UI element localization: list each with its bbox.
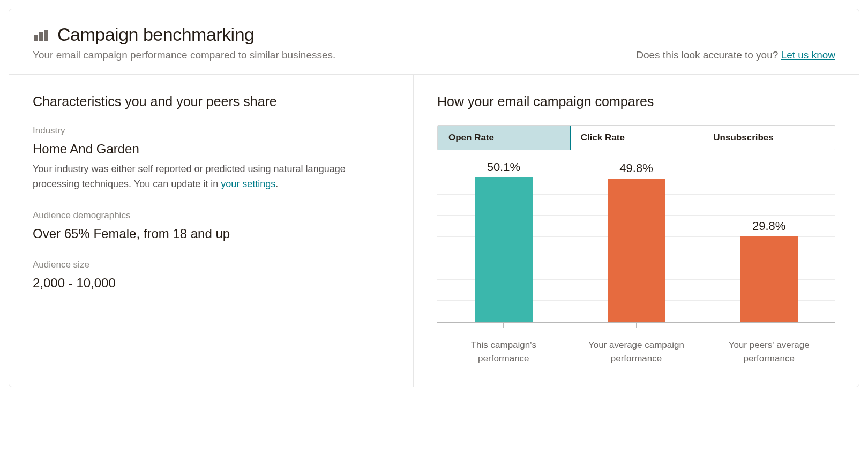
chart-plot-area: 50.1% 49.8% 29.8% [437, 173, 835, 323]
bar-slot-this-campaign: 50.1% [437, 160, 570, 322]
page-subtitle: Your email campaign performance compared… [33, 49, 335, 61]
settings-link[interactable]: your settings [221, 179, 275, 189]
bar-your-average [608, 179, 665, 322]
audience-size-block: Audience size 2,000 - 10,000 [33, 259, 390, 291]
tab-unsubscribes[interactable]: Unsubscribes [702, 126, 835, 150]
feedback-prompt: Does this look accurate to you? Let us k… [636, 49, 835, 61]
bar-label-1: 49.8% [619, 161, 653, 175]
industry-label: Industry [33, 125, 390, 136]
metric-tabs: Open Rate Click Rate Unsubscribes [437, 125, 835, 150]
svg-rect-0 [34, 35, 38, 41]
industry-note-post: . [275, 179, 278, 189]
characteristics-panel: Characteristics you and your peers share… [9, 75, 414, 387]
industry-block: Industry Home And Garden Your industry w… [33, 125, 390, 192]
x-tick-2: Your peers' average performance [702, 323, 835, 365]
bar-peers-average [740, 236, 798, 322]
x-label-2: Your peers' average performance [721, 339, 817, 365]
page-title: Campaign benchmarking [57, 24, 254, 45]
chart-x-axis: This campaign's performance Your average… [437, 323, 835, 365]
title-row: Campaign benchmarking [33, 24, 335, 45]
card-header: Campaign benchmarking Your email campaig… [9, 9, 859, 75]
feedback-text: Does this look accurate to you? [636, 49, 781, 61]
industry-note: Your industry was either self reported o… [33, 162, 376, 192]
audience-size-label: Audience size [33, 259, 390, 270]
demographics-block: Audience demographics Over 65% Female, f… [33, 210, 390, 241]
bar-chart-icon [33, 29, 49, 41]
industry-value: Home And Garden [33, 142, 390, 157]
bar-slot-your-average: 49.8% [570, 161, 703, 322]
tab-open-rate[interactable]: Open Rate [437, 125, 571, 150]
comparison-chart: 50.1% 49.8% 29.8% This campa [437, 163, 835, 365]
industry-note-pre: Your industry was either self reported o… [33, 164, 346, 189]
x-label-0: This campaign's performance [455, 339, 552, 365]
demographics-value: Over 65% Female, from 18 and up [33, 226, 390, 241]
bar-slot-peers-average: 29.8% [702, 219, 835, 322]
tab-click-rate[interactable]: Click Rate [570, 126, 703, 150]
bar-label-2: 29.8% [752, 219, 785, 233]
demographics-label: Audience demographics [33, 210, 390, 221]
svg-rect-2 [44, 30, 48, 41]
bar-this-campaign [475, 177, 533, 322]
characteristics-title: Characteristics you and your peers share [33, 94, 390, 109]
bar-label-0: 50.1% [487, 160, 520, 174]
audience-size-value: 2,000 - 10,000 [33, 276, 390, 291]
x-tick-1: Your average campaign performance [570, 323, 703, 365]
comparison-panel: How your email campaign compares Open Ra… [414, 75, 859, 387]
benchmarking-card: Campaign benchmarking Your email campaig… [9, 9, 859, 387]
comparison-title: How your email campaign compares [437, 94, 835, 109]
card-body: Characteristics you and your peers share… [9, 75, 859, 387]
feedback-link[interactable]: Let us know [781, 49, 835, 61]
title-wrap: Campaign benchmarking Your email campaig… [33, 24, 335, 61]
svg-rect-1 [39, 32, 43, 41]
x-label-1: Your average campaign performance [588, 339, 685, 365]
x-tick-0: This campaign's performance [437, 323, 570, 365]
